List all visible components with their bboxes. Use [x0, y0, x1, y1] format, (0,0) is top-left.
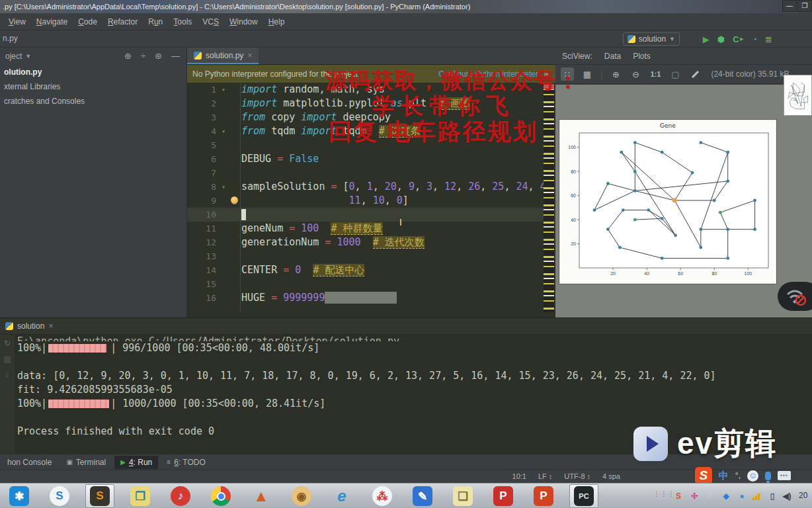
code-line-4[interactable]: 4▾from tqdm import tqdm # 进度条 [187, 124, 555, 138]
locate-file-icon[interactable]: ⊕ [124, 51, 132, 61]
intention-bulb-icon[interactable] [231, 196, 238, 204]
taskbar-chrome[interactable] [211, 486, 231, 506]
network-signal-icon[interactable] [752, 492, 763, 500]
taskbar-qq[interactable]: ✱ [9, 486, 29, 506]
code-line-5[interactable]: 5 [187, 138, 555, 152]
close-icon[interactable]: × [48, 321, 53, 331]
actual-size-button[interactable]: 1:1 [649, 67, 662, 81]
debug-bug-icon[interactable]: ⬢ [717, 34, 725, 44]
code-line-16[interactable]: 16HUGE = 9999999 [187, 291, 555, 305]
microphone-icon[interactable] [765, 472, 771, 480]
run-button[interactable]: ▶ [703, 34, 710, 44]
power-plug-icon[interactable]: ▯ [767, 491, 778, 501]
taskbar-powerpoint[interactable]: P [534, 486, 553, 506]
editor-tab-solution[interactable]: solution.py × [187, 48, 259, 64]
taskbar-clock[interactable]: 20 [799, 491, 812, 500]
caret-position[interactable]: 10:1 [512, 472, 526, 480]
taskbar-notes-app[interactable]: ✎ [413, 486, 432, 506]
minimize-button[interactable]: — [782, 0, 797, 12]
sogou-tray-icon[interactable]: S [673, 491, 684, 501]
menu-navigate[interactable]: Navigate [32, 15, 72, 28]
code-line-11[interactable]: 11geneNum = 100 # 种群数量 [187, 222, 555, 235]
keyboard-icon[interactable]: ▪▪▪ [778, 471, 791, 480]
scroll-icon[interactable]: ⇩ [0, 370, 15, 380]
code-line-13[interactable]: 13 [187, 249, 555, 263]
menu-view[interactable]: View [4, 15, 30, 28]
code-area[interactable]: 1▾import random, math, sys2import matplo… [187, 83, 555, 318]
indent-info[interactable]: 4 spa [602, 472, 620, 480]
fold-marker-icon[interactable]: ▾ [222, 180, 225, 194]
menu-window[interactable]: Window [225, 15, 263, 28]
ime-punctuation-icon[interactable]: °, [735, 471, 741, 480]
color-picker-icon[interactable] [688, 67, 702, 81]
taskbar-tri-circle-app[interactable]: ⁂ [372, 486, 392, 506]
menu-help[interactable]: Help [264, 15, 290, 28]
tool-tab-4-run[interactable]: ▶4: Run [114, 456, 158, 469]
tree-item[interactable]: cratches and Consoles [0, 94, 186, 108]
tool-tab-hon-console[interactable]: hon Console [1, 456, 58, 469]
menu-refactor[interactable]: Refactor [103, 15, 142, 28]
code-line-15[interactable]: 15 [187, 277, 555, 291]
taskbar-sogou-browser[interactable]: S [50, 486, 69, 506]
close-icon[interactable]: × [247, 51, 252, 60]
menu-code[interactable]: Code [73, 15, 102, 28]
grid-icon[interactable]: ▦ [581, 67, 594, 81]
fold-marker-icon[interactable]: ▾ [222, 124, 225, 138]
shield-tray-icon[interactable]: ◆ [721, 491, 731, 501]
code-line-10[interactable]: 10 [187, 208, 555, 222]
sogou-input-icon[interactable]: S [695, 467, 712, 484]
tool-tab-6-todo[interactable]: ≡6: TODO [161, 456, 211, 469]
taskbar-matlab[interactable]: ▲ [251, 486, 271, 506]
taskbar-internet-explorer[interactable]: e [332, 486, 352, 506]
code-line-1[interactable]: 1▾import random, math, sys [187, 83, 555, 97]
zoom-out-icon[interactable]: ⊖ [629, 67, 642, 81]
code-line-6[interactable]: 6DEBUG = False [187, 152, 555, 166]
breadcrumb[interactable]: n.py [3, 34, 18, 43]
code-line-9[interactable]: 9 11, 10, 0] [187, 194, 555, 208]
project-panel-title[interactable]: oject [5, 52, 22, 61]
code-line-7[interactable]: 7 [187, 166, 555, 180]
menu-run[interactable]: Run [143, 15, 167, 28]
drop-tray-icon[interactable]: ● [737, 491, 747, 501]
rerun-icon[interactable]: ↻ [0, 339, 15, 348]
taskbar-pycharm[interactable]: PC [574, 486, 594, 506]
tool-tab-terminal[interactable]: ▣Terminal [60, 456, 112, 469]
ime-language-icon[interactable]: 中 [719, 470, 729, 482]
collapse-all-icon[interactable]: ÷ [141, 51, 145, 61]
tab-data[interactable]: Data [604, 52, 621, 61]
code-line-8[interactable]: 8▾sampleSolution = [0, 1, 20, 9, 3, 12, … [187, 180, 555, 194]
tree-item[interactable]: olution.py [0, 65, 186, 79]
taskbar-netease-music[interactable]: ♪ [171, 486, 190, 506]
speaker-icon[interactable]: ◀) [782, 491, 792, 501]
tool-list-icon[interactable]: ≣ [765, 34, 772, 44]
code-line-12[interactable]: 12generationNum = 1000 # 迭代次数 [187, 235, 555, 249]
plot-thumbnail[interactable] [784, 75, 812, 116]
code-line-2[interactable]: 2import matplotlib.pyplot as plt # 画图 [187, 97, 555, 110]
tree-item[interactable]: xternal Libraries [0, 79, 186, 94]
line-separator[interactable]: LF ↕ [538, 472, 552, 480]
maximize-button[interactable]: ❐ [797, 0, 812, 12]
console-toolbar[interactable]: ↻ ▤ ⇩ [0, 335, 15, 454]
code-line-14[interactable]: 14CENTER = 0 # 配送中心 [187, 263, 555, 277]
tray-expand-icon[interactable]: ⋮⋮⋮ [653, 490, 675, 497]
editor-scroll-markers[interactable] [544, 84, 554, 312]
configure-interpreter-link[interactable]: Configure Python interpreter [438, 69, 538, 79]
flower-tray-icon[interactable]: ✣ [689, 491, 700, 501]
menu-vcs[interactable]: VCS [198, 15, 223, 28]
crop-icon[interactable]: ▢ [669, 67, 682, 81]
taskbar-sublime-text[interactable]: S [90, 486, 110, 506]
file-encoding[interactable]: UTF-8 ↕ [564, 472, 590, 480]
console-tab-label[interactable]: solution [17, 321, 44, 331]
run-configuration-select[interactable]: solution ▼ [623, 32, 680, 46]
taskbar-vmware[interactable]: ❐ [130, 486, 150, 506]
taskbar-pdf-app[interactable]: P [493, 486, 513, 506]
settings-gear-icon[interactable]: ⊛ [155, 51, 162, 61]
flag-tray-icon[interactable]: ⚑ [705, 491, 715, 501]
hide-panel-icon[interactable]: — [171, 51, 180, 61]
zoom-in-icon[interactable]: ⊕ [609, 67, 622, 81]
code-line-3[interactable]: 3from copy import deepcopy [187, 110, 555, 124]
settings-gear-icon[interactable]: ⊛ [544, 69, 550, 79]
profiler-icon[interactable]: ◔ [752, 34, 757, 44]
emoji-icon[interactable]: ☺ [747, 470, 758, 482]
menu-tools[interactable]: Tools [169, 15, 196, 28]
